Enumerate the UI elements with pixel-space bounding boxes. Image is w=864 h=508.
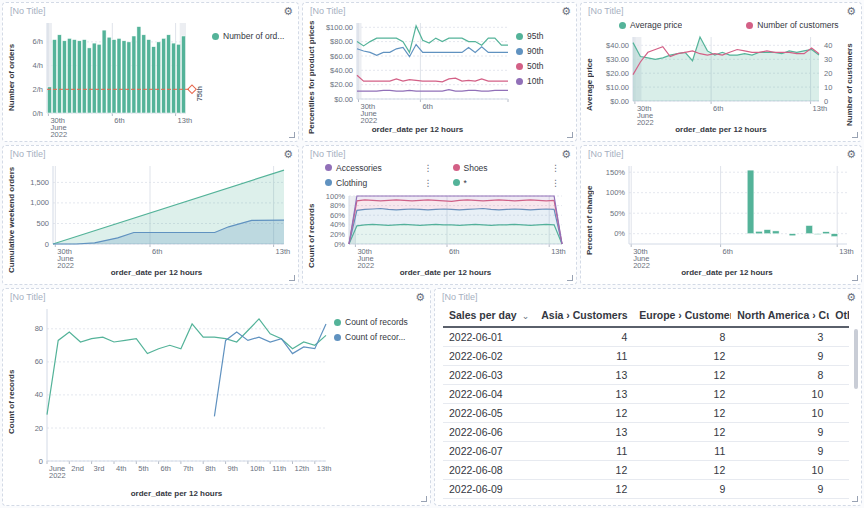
legend-label: Count of records [345,317,408,327]
panel-title: [No Title] [588,6,624,16]
legend-item[interactable]: 50th [516,61,572,71]
svg-text:9th: 9th [228,464,238,473]
panel-settings-gear-icon[interactable]: ⚙ [561,148,571,160]
table-row[interactable]: 2022-06-071111911 [443,442,849,461]
y-axis-title: Percent of change [585,160,597,280]
panel-settings-gear-icon[interactable]: ⚙ [846,291,856,303]
table-cell: 13 [535,423,633,442]
table-cell: 12 [633,385,731,404]
legend-item[interactable]: Count of records [334,317,426,327]
panel-resize-handle[interactable] [289,275,295,281]
table-cell: 2022-06-03 [443,366,535,385]
svg-text:100%: 100% [606,188,626,197]
svg-text:30: 30 [824,55,832,64]
table-cell: 8 [731,366,829,385]
legend-item[interactable]: Clothing⋮ [325,175,435,190]
legend-color-dot [746,22,753,29]
svg-text:6th: 6th [449,247,459,256]
svg-text:13th: 13th [317,464,332,473]
svg-text:7th: 7th [183,464,193,473]
legend-color-dot [453,164,460,171]
table-column-header[interactable]: Europe › Customers⌄ [633,305,731,327]
panel-settings-gear-icon[interactable]: ⚙ [846,5,856,17]
legend-options-ellipsis-icon[interactable]: ⋮ [551,163,562,173]
legend-item[interactable]: 10th [516,76,572,86]
table-cell: 2022-06-09 [443,480,535,499]
legend-options-ellipsis-icon[interactable]: ⋮ [424,163,435,173]
legend-item[interactable]: *⋮ [453,175,563,190]
table-row[interactable]: 2022-06-014834 [443,327,849,347]
panel-settings-gear-icon[interactable]: ⚙ [283,5,293,17]
table-column-header[interactable]: Sales per day⌄ [443,305,535,327]
legend-label: Shoes [464,163,488,173]
panel-settings-gear-icon[interactable]: ⚙ [846,148,856,160]
panel-resize-handle[interactable] [852,132,858,138]
table-scrollbar[interactable] [854,329,858,389]
legend-label: * [464,178,467,188]
line-chart-count-of-records[interactable]: 020406080June20222nd3rd4th5th6th7th8th9t… [19,303,334,489]
legend-item[interactable]: Number of ord... [212,31,294,41]
table-row[interactable]: 2022-06-031312810 [443,366,849,385]
panel-resize-handle[interactable] [567,132,573,138]
legend-options-ellipsis-icon[interactable]: ⋮ [424,178,435,188]
panel-resize-handle[interactable] [852,275,858,281]
panel-settings-gear-icon[interactable]: ⚙ [561,5,571,17]
svg-text:0/h: 0/h [33,109,43,118]
dashboard: [No Title] ⚙ Number of orders 0/h2/h4/h6… [0,0,864,508]
panel-settings-gear-icon[interactable]: ⚙ [415,291,425,303]
table-cell: 10 [731,385,829,404]
panel-resize-handle[interactable] [421,496,427,502]
table-cell: 11 [633,442,731,461]
table-cell: 2022-06-04 [443,385,535,404]
svg-text:6th: 6th [161,464,171,473]
svg-text:4th: 4th [116,464,126,473]
x-axis-title: order_date per 12 hours [597,125,845,137]
panel-settings-gear-icon[interactable]: ⚙ [283,148,293,160]
table-row[interactable]: 2022-06-021112911 [443,347,849,366]
panel-resize-handle[interactable] [852,496,858,502]
table-cell: 4 [535,327,633,347]
table-row[interactable]: 2022-06-09129910 [443,480,849,499]
legend-item[interactable]: Shoes⋮ [453,160,563,175]
table-row[interactable]: 2022-06-0812121010 [443,461,849,480]
area-chart-cumulative-orders[interactable]: 05001,0001,50030thJune20226th13th [19,160,294,268]
y-axis-title: Cumulative weekend orders [7,160,19,280]
table-cell: 3 [731,327,829,347]
svg-text:5th: 5th [138,464,148,473]
y-axis-title: Count of records [7,303,19,501]
legend-options-ellipsis-icon[interactable]: ⋮ [551,178,562,188]
chart-svg: 0/h2/h4/h6/h30thJune20226th13th75th [19,17,212,137]
svg-text:$80.00: $80.00 [330,37,353,46]
legend-item[interactable]: Average price [619,20,682,30]
legend-item[interactable]: 95th [516,31,572,41]
table-row[interactable]: 2022-06-0413121010 [443,385,849,404]
chart-svg: 0%20%40%60%80%100%30thJune20226th13th [319,192,572,268]
legend-item[interactable]: Number of customers [746,20,838,30]
table-column-header[interactable]: Other › Customers⌄ [829,305,849,327]
table-column-header[interactable]: North America › Cu⌄ [731,305,829,327]
panel-resize-handle[interactable] [567,275,573,281]
table-cell: 12 [535,404,633,423]
table-row[interactable]: 2022-06-061312910 [443,423,849,442]
table-cell: 9 [829,404,849,423]
table-column-header[interactable]: Asia › Customers⌄ [535,305,633,327]
legend-item[interactable]: 90th [516,46,572,56]
panel-count-of-records-lines: [No Title] ⚙ Count of records 020406080J… [2,288,431,506]
svg-text:6th: 6th [152,247,162,256]
legend-label: Number of customers [757,20,838,30]
panel-resize-handle[interactable] [289,132,295,138]
legend-item[interactable]: Accessories⋮ [325,160,435,175]
stacked-area-chart-categories[interactable]: 0%20%40%60%80%100%30thJune20226th13th [319,192,572,268]
legend-item[interactable]: Count of recor... [334,332,426,342]
legend-color-dot [516,48,523,55]
bar-chart-number-of-orders[interactable]: 0/h2/h4/h6/h30thJune20226th13th75th [19,17,212,137]
table-cell: 4 [829,327,849,347]
line-chart-percentiles[interactable]: $0.00$20.00$40.00$60.00$80.00$100.0030th… [319,17,516,125]
chart-legend: Count of recordsCount of recor... [334,303,426,501]
table-row[interactable]: 2022-06-051212109 [443,404,849,423]
bar-chart-percent-of-change[interactable]: 0%50%100%150%30thJune20226th13th [597,160,857,268]
combo-chart-average-price[interactable]: $0.00$10.00$20.00$30.00$40.0001020304030… [597,33,845,125]
svg-text:1,500: 1,500 [30,178,49,187]
legend-label: Accessories [336,163,382,173]
table-cell: 2022-06-01 [443,327,535,347]
